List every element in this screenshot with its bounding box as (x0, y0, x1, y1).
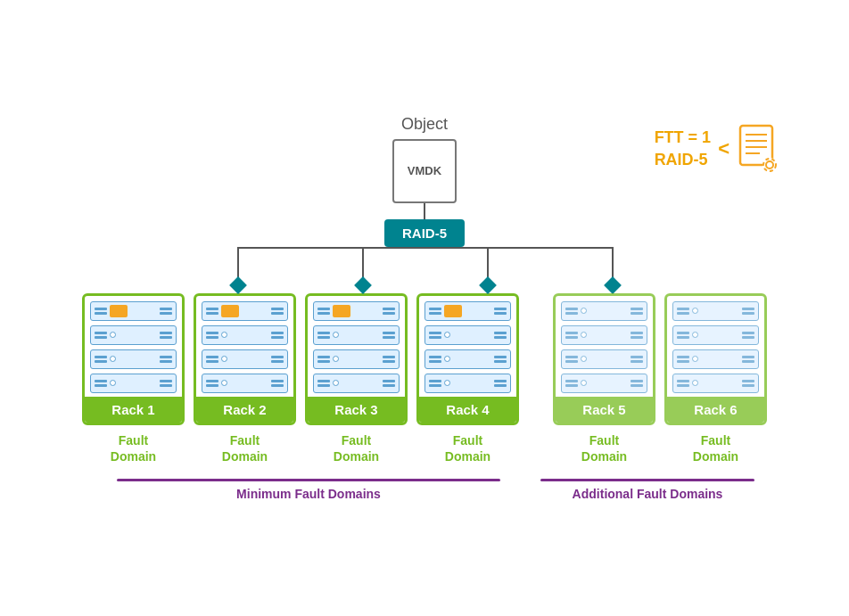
rack-group-1: Rack 1 FaultDomain (82, 293, 185, 464)
ftt-text: FTT = 1 RAID-5 (655, 127, 712, 171)
tree-drop-2 (362, 247, 364, 279)
rack-label-1: Rack 1 (85, 397, 182, 423)
rack-unit-2: Rack 2 (194, 293, 296, 425)
srv-circle-4-3 (444, 356, 450, 362)
server-row-4-1 (424, 301, 511, 321)
srv-circle-1-4 (110, 380, 116, 386)
srv-circle-2-4 (221, 380, 227, 386)
diamond-3 (479, 276, 497, 294)
rack-label-3: Rack 3 (308, 397, 405, 423)
server-row-4-2 (424, 325, 511, 345)
diagram-container: Object VMDK RAID-5 FTT = 1 RAID-5 < (14, 115, 835, 501)
srv-circle-3-3 (333, 356, 339, 362)
rack-unit-6: Rack 6 (664, 293, 767, 425)
fault-domain-label-3: FaultDomain (334, 432, 379, 464)
rack-unit-1: Rack 1 (82, 293, 185, 425)
srv-circle-5-3 (581, 356, 587, 362)
rack-body-5 (556, 296, 653, 397)
server-row-5-4 (561, 374, 647, 393)
min-fault-domain-label: Minimum Fault Domains (236, 487, 381, 501)
tree-h-line (237, 247, 612, 249)
fault-domain-label-6: FaultDomain (693, 432, 738, 464)
orange-block-4 (444, 305, 462, 317)
min-fault-domain-line (117, 479, 500, 481)
srv-circle-5-2 (581, 332, 587, 338)
orange-block-2 (221, 305, 239, 317)
fault-domain-label-4: FaultDomain (445, 432, 490, 464)
min-fault-domain-group: Minimum Fault Domains (86, 479, 532, 501)
server-row-5-2 (561, 325, 647, 345)
server-row-1-4 (90, 374, 177, 393)
add-fault-domain-label: Additional Fault Domains (573, 487, 723, 501)
diamond-1 (229, 276, 247, 294)
srv-circle-6-4 (692, 380, 698, 386)
vmdk-box: VMDK (392, 139, 457, 203)
diamond-2 (354, 276, 372, 294)
add-fault-domain-line (540, 479, 754, 481)
srv-circle-2-2 (221, 332, 227, 338)
rack-unit-3: Rack 3 (305, 293, 408, 425)
object-column: Object VMDK RAID-5 (384, 115, 465, 247)
rack-body-1 (85, 296, 182, 397)
server-row-6-2 (672, 325, 759, 345)
vmdk-label: VMDK (408, 164, 441, 177)
fault-domain-label-5: FaultDomain (581, 432, 627, 464)
server-row-3-3 (313, 349, 400, 369)
diamond-4 (604, 276, 622, 294)
tree-drop-1 (237, 247, 239, 279)
srv-circle-6-3 (692, 356, 698, 362)
srv-circle-4-2 (444, 332, 450, 338)
srv-circle-1-3 (110, 356, 116, 362)
connector-object-to-raid (424, 203, 425, 219)
srv-circle-5-1 (581, 308, 587, 314)
rack-body-6 (667, 296, 764, 397)
rack-unit-4: Rack 4 (416, 293, 519, 425)
srv-circle-1-2 (110, 332, 116, 338)
server-row-3-4 (313, 374, 400, 393)
rack-group-5: Rack 5 FaultDomain (553, 293, 655, 464)
rack-body-3 (308, 296, 405, 397)
srv-circle-2-3 (221, 356, 227, 362)
srv-circle-4-4 (444, 380, 450, 386)
fault-domain-label-1: FaultDomain (111, 432, 156, 464)
server-row-1-1 (90, 301, 177, 321)
object-label: Object (401, 115, 448, 134)
document-icon (737, 124, 781, 174)
rack-label-4: Rack 4 (419, 397, 516, 423)
ftt-annotation: FTT = 1 RAID-5 < (655, 124, 781, 174)
server-row-4-3 (424, 349, 511, 369)
orange-block-3 (333, 305, 350, 317)
srv-circle-6-1 (692, 308, 698, 314)
server-row-5-3 (561, 349, 647, 369)
racks-section: Rack 1 FaultDomain (82, 293, 767, 464)
bottom-annotations: Minimum Fault Domains Additional Fault D… (14, 479, 835, 501)
rack-group-4: Rack 4 FaultDomain (416, 293, 519, 464)
server-row-5-1 (561, 301, 647, 321)
rack-group-2: Rack 2 FaultDomain (194, 293, 296, 464)
top-section: Object VMDK RAID-5 FTT = 1 RAID-5 < (14, 115, 835, 247)
tree-drop-3 (487, 247, 489, 279)
rack-body-4 (419, 296, 516, 397)
srv-circle-6-2 (692, 332, 698, 338)
rack-label-2: Rack 2 (196, 397, 293, 423)
tree-drop-4 (612, 247, 614, 279)
rack-group-6: Rack 6 FaultDomain (664, 293, 767, 464)
add-fault-domain-group: Additional Fault Domains (532, 479, 763, 501)
srv-circle-3-4 (333, 380, 339, 386)
server-row-1-2 (90, 325, 177, 345)
rack-label-5: Rack 5 (556, 397, 653, 423)
srv-circle-3-2 (333, 332, 339, 338)
orange-block-1 (110, 305, 128, 317)
server-row-3-2 (313, 325, 400, 345)
server-row-2-1 (202, 301, 288, 321)
server-row-4-4 (424, 374, 511, 393)
srv-circle-5-4 (581, 380, 587, 386)
server-row-2-4 (202, 374, 288, 393)
rack-body-2 (196, 296, 293, 397)
server-row-6-1 (672, 301, 759, 321)
server-row-2-3 (202, 349, 288, 369)
server-row-3-1 (313, 301, 400, 321)
server-row-6-3 (672, 349, 759, 369)
rack-label-6: Rack 6 (667, 397, 764, 423)
server-row-6-4 (672, 374, 759, 393)
